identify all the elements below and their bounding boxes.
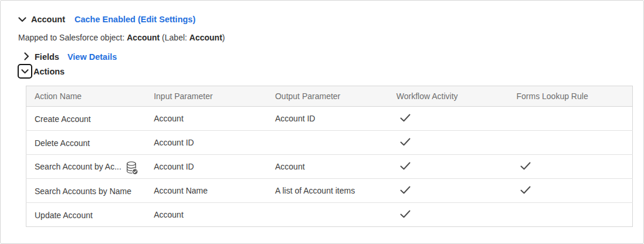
action-name-cell: Create Account <box>35 114 91 124</box>
table-row: Create Account Account Account ID <box>26 107 633 131</box>
forms-lookup-rule-cell <box>509 155 633 179</box>
account-collapse-toggle[interactable] <box>18 15 26 24</box>
actions-table-body: Create Account Account Account ID Delete… <box>26 107 633 227</box>
check-icon <box>400 114 411 124</box>
action-name-cell: Delete Account <box>35 138 90 148</box>
output-parameter-cell <box>267 203 388 227</box>
chevron-down-icon <box>21 67 29 76</box>
mapped-prefix-text: Mapped to Salesforce object: <box>18 33 127 42</box>
column-header-output-parameter: Output Parameter <box>267 86 388 107</box>
table-row: Search Accounts by Name Account Name A l… <box>26 179 633 203</box>
account-integration-panel: Account Cache Enabled (Edit Settings) Ma… <box>0 0 644 244</box>
output-parameter-cell: A list of Account items <box>267 179 388 203</box>
chevron-right-icon <box>24 52 29 62</box>
section-title: Account <box>31 15 65 24</box>
view-details-link[interactable]: View Details <box>67 52 117 62</box>
actions-collapse-toggle[interactable] <box>18 64 32 79</box>
column-header-action-name: Action Name <box>26 86 146 107</box>
workflow-activity-cell <box>388 179 509 203</box>
mapped-suffix-text: ) <box>222 33 225 42</box>
input-parameter-cell: Account ID <box>145 131 267 155</box>
check-icon <box>400 186 411 196</box>
forms-lookup-rule-cell <box>509 107 633 131</box>
column-header-input-parameter: Input Parameter <box>145 86 267 107</box>
table-row: Delete Account Account ID <box>26 131 633 155</box>
fields-expand-toggle[interactable] <box>24 52 29 62</box>
check-icon <box>520 186 531 196</box>
cache-settings-link[interactable]: Cache Enabled (Edit Settings) <box>74 15 195 24</box>
check-icon <box>520 162 531 172</box>
workflow-activity-cell <box>388 203 509 227</box>
workflow-activity-cell <box>388 131 509 155</box>
chevron-down-icon <box>18 15 26 24</box>
action-name-cell: Update Account <box>35 211 93 220</box>
table-row: Update Account Account <box>26 203 633 227</box>
actions-table: Action Name Input Parameter Output Param… <box>26 86 633 227</box>
action-name-cell: Search Account by Ac... <box>35 162 121 171</box>
forms-lookup-rule-cell <box>509 203 633 227</box>
input-parameter-cell: Account ID <box>145 155 267 179</box>
output-parameter-cell <box>267 131 388 155</box>
mapped-label-prefix-text: (Label: <box>160 33 189 42</box>
input-parameter-cell: Account <box>145 203 267 227</box>
workflow-activity-cell <box>388 107 509 131</box>
input-parameter-cell: Account <box>145 107 267 131</box>
input-parameter-cell: Account Name <box>145 179 267 203</box>
actions-section-label: Actions <box>33 67 65 76</box>
table-header-row: Action Name Input Parameter Output Param… <box>26 86 633 107</box>
action-name-cell: Search Accounts by Name <box>35 187 131 196</box>
check-icon <box>400 210 411 220</box>
fields-section-label: Fields <box>35 52 59 62</box>
output-parameter-cell: Account ID <box>267 107 388 131</box>
mapped-object-name: Account <box>127 33 160 42</box>
check-icon <box>400 138 411 148</box>
workflow-activity-cell <box>388 155 509 179</box>
mapped-label-value: Account <box>189 33 222 42</box>
actions-section-header: Actions <box>18 64 65 79</box>
fields-section-header: Fields View Details <box>24 52 117 62</box>
column-header-forms-lookup-rule: Forms Lookup Rule <box>509 86 633 107</box>
forms-lookup-rule-cell <box>509 179 633 203</box>
database-check-icon <box>126 161 138 175</box>
table-row: Search Account by Ac... Account ID Accou… <box>26 155 633 179</box>
column-header-workflow-activity: Workflow Activity <box>388 86 509 107</box>
account-section-header: Account Cache Enabled (Edit Settings) <box>18 13 195 25</box>
mapped-object-line: Mapped to Salesforce object: Account (La… <box>18 33 225 42</box>
output-parameter-cell: Account <box>267 155 388 179</box>
forms-lookup-rule-cell <box>509 131 633 155</box>
check-icon <box>400 162 411 172</box>
